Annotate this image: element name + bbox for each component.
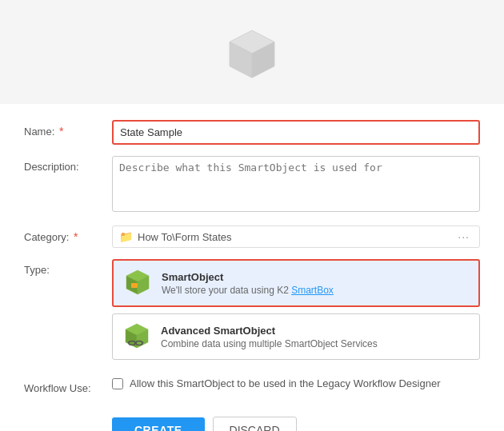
- svg-line-14: [142, 342, 143, 343]
- page-container: Name: * Description: Category: *: [0, 0, 504, 431]
- required-star-category: *: [74, 230, 78, 243]
- type-control: SmartObject We'll store your data using …: [112, 259, 480, 366]
- smartobject-description: We'll store your data using K2 SmartBox: [162, 285, 334, 296]
- cube-icon: [220, 24, 284, 88]
- create-button[interactable]: CREATE: [112, 417, 205, 431]
- svg-rect-6: [131, 283, 138, 288]
- workflow-row: Workflow Use: Allow this SmartObject to …: [24, 377, 480, 405]
- smartobject-text: SmartObject We'll store your data using …: [162, 271, 334, 296]
- required-star: *: [59, 125, 63, 138]
- advanced-title: Advanced SmartObject: [161, 325, 378, 337]
- button-row: CREATE DISCARD: [112, 417, 480, 431]
- workflow-label: Workflow Use:: [24, 377, 112, 394]
- buttons-row: CREATE DISCARD: [24, 417, 480, 431]
- category-label: Category: *: [24, 225, 112, 243]
- workflow-checkbox-row: Allow this SmartObject to be used in the…: [112, 377, 480, 389]
- folder-icon: 📁: [119, 230, 133, 243]
- type-option-smartobject[interactable]: SmartObject We'll store your data using …: [112, 259, 480, 307]
- advanced-smartobject-icon: [121, 321, 153, 353]
- description-label: Description:: [24, 156, 112, 173]
- smartbox-link[interactable]: SmartBox: [291, 285, 334, 296]
- category-selector[interactable]: 📁 How To\Form States ···: [112, 225, 480, 248]
- icon-area: [220, 0, 284, 104]
- discard-button[interactable]: DISCARD: [213, 417, 297, 431]
- type-label: Type:: [24, 259, 112, 276]
- smartobject-title: SmartObject: [162, 271, 334, 283]
- category-row: Category: * 📁 How To\Form States ···: [24, 225, 480, 248]
- name-control: [112, 120, 480, 145]
- type-row: Type: SmartObject We'll store your data …: [24, 259, 480, 366]
- name-input[interactable]: [112, 120, 480, 145]
- advanced-text: Advanced SmartObject Combine data using …: [161, 325, 378, 349]
- name-label: Name: *: [24, 120, 112, 138]
- name-row: Name: *: [24, 120, 480, 145]
- buttons-spacer: [24, 417, 112, 421]
- smartobject-icon: [122, 267, 154, 299]
- category-ellipsis-button[interactable]: ···: [454, 230, 473, 243]
- svg-line-13: [128, 342, 129, 343]
- description-control: [112, 156, 480, 214]
- form-area: Name: * Description: Category: *: [0, 104, 504, 431]
- workflow-checkbox[interactable]: [112, 378, 123, 389]
- category-value: How To\Form States: [138, 231, 454, 243]
- advanced-description: Combine data using multiple SmartObject …: [161, 338, 378, 349]
- workflow-checkbox-label: Allow this SmartObject to be used in the…: [130, 377, 441, 389]
- description-input[interactable]: [112, 156, 480, 212]
- buttons-area: CREATE DISCARD: [112, 417, 480, 431]
- category-control: 📁 How To\Form States ···: [112, 225, 480, 248]
- type-option-advanced[interactable]: Advanced SmartObject Combine data using …: [112, 313, 480, 360]
- workflow-control: Allow this SmartObject to be used in the…: [112, 377, 480, 405]
- description-row: Description:: [24, 156, 480, 214]
